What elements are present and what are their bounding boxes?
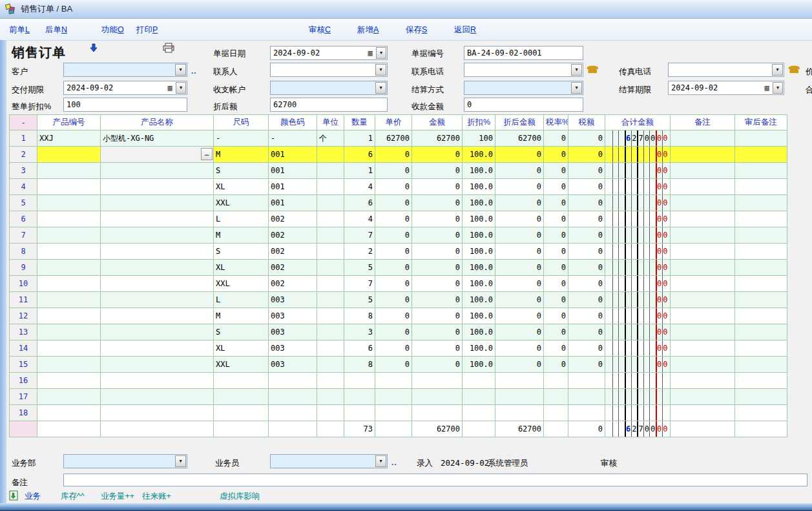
cell-code[interactable] — [37, 292, 101, 308]
cell-note[interactable] — [671, 340, 735, 357]
table-row[interactable]: 8S002200100.000000 — [10, 244, 787, 260]
cell-price[interactable]: 0 — [375, 324, 412, 340]
cell-size[interactable]: L — [214, 292, 269, 308]
contact-combo[interactable]: ▼ — [270, 63, 388, 77]
tab-business[interactable]: 业务 — [25, 491, 41, 502]
cell-trate[interactable]: 0 — [544, 130, 568, 147]
functions-button[interactable]: 功能O — [101, 25, 124, 36]
table-row[interactable]: 16 — [10, 373, 787, 389]
cell-color[interactable]: 001 — [269, 163, 317, 179]
cell-tax[interactable]: 0 — [568, 292, 605, 308]
cell-damt[interactable] — [495, 389, 544, 405]
cell-size[interactable]: M — [214, 227, 269, 244]
table-row[interactable]: 17 — [10, 389, 787, 405]
cell-note[interactable] — [671, 373, 735, 389]
cell-price[interactable]: 0 — [375, 244, 412, 260]
cell-code[interactable] — [37, 147, 101, 163]
cell-name[interactable] — [101, 163, 214, 179]
cell-size[interactable]: L — [214, 211, 269, 227]
cell-unit[interactable] — [317, 308, 344, 324]
table-row[interactable]: 10XXL002700100.000000 — [10, 276, 787, 292]
cell-note[interactable] — [671, 260, 735, 276]
cell-name[interactable] — [101, 292, 214, 308]
cell-trate[interactable]: 0 — [544, 163, 568, 179]
row-number[interactable]: 15 — [10, 357, 37, 373]
cell-size[interactable] — [214, 373, 269, 389]
cell-damt[interactable]: 0 — [495, 340, 544, 357]
cell-code[interactable]: XXJ — [37, 130, 101, 147]
cell-audit-note[interactable] — [735, 147, 787, 163]
cell-audit-note[interactable] — [735, 373, 787, 389]
column-header[interactable]: 金额 — [412, 115, 463, 130]
column-header[interactable]: 产品编号 — [37, 115, 101, 130]
cell-audit-note[interactable] — [735, 389, 787, 405]
cell-price[interactable]: 0 — [375, 340, 412, 357]
cell-trate[interactable] — [544, 405, 568, 421]
tab-transactions[interactable]: 往来账+ — [142, 491, 171, 502]
cell-price[interactable]: 0 — [375, 227, 412, 244]
cell-amt[interactable]: 0 — [412, 324, 463, 340]
calendar-icon[interactable]: ▦ — [762, 82, 772, 94]
cell-color[interactable]: 003 — [269, 324, 317, 340]
row-number[interactable]: 13 — [10, 324, 37, 340]
chevron-down-icon[interactable]: ▼ — [176, 82, 186, 94]
cell-amt[interactable]: 0 — [412, 308, 463, 324]
cell-tax[interactable]: 0 — [568, 244, 605, 260]
row-number[interactable]: 4 — [10, 179, 37, 195]
cell-disc[interactable]: 100.0 — [463, 179, 495, 195]
fax-phone-combo[interactable]: ▼ — [668, 63, 784, 77]
row-number[interactable]: 9 — [10, 260, 37, 276]
cell-qty[interactable] — [344, 389, 375, 405]
cell-damt[interactable]: 0 — [495, 195, 544, 211]
table-row[interactable]: 2…M001600100.000000 — [10, 147, 787, 163]
cell-trate[interactable]: 0 — [544, 340, 568, 357]
table-row[interactable]: 5XXL001600100.000000 — [10, 195, 787, 211]
cell-amt[interactable]: 0 — [412, 260, 463, 276]
cell-color[interactable] — [269, 405, 317, 421]
cell-amt[interactable]: 0 — [412, 179, 463, 195]
prev-bill-button[interactable]: 前单L — [9, 25, 30, 36]
cell-unit[interactable] — [317, 276, 344, 292]
cell-color[interactable]: 001 — [269, 147, 317, 163]
cell-audit-note[interactable] — [735, 324, 787, 340]
cell-audit-note[interactable] — [735, 292, 787, 308]
cell-size[interactable]: XL — [214, 340, 269, 357]
cell-note[interactable] — [671, 130, 735, 147]
cell-code[interactable] — [37, 308, 101, 324]
table-row[interactable]: 15XXL003800100.000000 — [10, 357, 787, 373]
cell-price[interactable] — [375, 405, 412, 421]
cell-price[interactable]: 0 — [375, 195, 412, 211]
column-header[interactable]: 数量 — [344, 115, 375, 130]
table-row[interactable]: 9XL002500100.000000 — [10, 260, 787, 276]
cell-note[interactable] — [671, 147, 735, 163]
cell-damt[interactable]: 0 — [495, 292, 544, 308]
chevron-down-icon[interactable]: ▼ — [376, 47, 386, 59]
cell-damt[interactable]: 0 — [495, 260, 544, 276]
items-table[interactable]: -产品编号产品名称尺码颜色码单位数量单价金额折扣%折后金额税率%税额合计金额备注… — [9, 114, 787, 437]
cell-price[interactable]: 0 — [375, 276, 412, 292]
chevron-down-icon[interactable]: ▼ — [375, 64, 386, 76]
row-number[interactable]: 18 — [10, 405, 37, 421]
cell-code[interactable] — [37, 195, 101, 211]
cell-size[interactable]: M — [214, 308, 269, 324]
cell-code[interactable] — [37, 211, 101, 227]
cell-audit-note[interactable] — [735, 276, 787, 292]
cell-damt[interactable]: 0 — [495, 227, 544, 244]
cell-trate[interactable]: 0 — [544, 179, 568, 195]
cell-trate[interactable]: 0 — [544, 260, 568, 276]
cell-audit-note[interactable] — [735, 260, 787, 276]
cell-audit-note[interactable] — [735, 179, 787, 195]
cell-price[interactable]: 0 — [375, 260, 412, 276]
cell-code[interactable] — [37, 179, 101, 195]
cell-size[interactable] — [214, 389, 269, 405]
cell-qty[interactable]: 4 — [344, 179, 375, 195]
cell-trate[interactable]: 0 — [544, 324, 568, 340]
cell-color[interactable]: 002 — [269, 260, 317, 276]
cell-color[interactable]: 003 — [269, 340, 317, 357]
cell-audit-note[interactable] — [735, 357, 787, 373]
cell-damt[interactable]: 0 — [495, 308, 544, 324]
printer-icon[interactable] — [163, 43, 174, 53]
cell-trate[interactable]: 0 — [544, 308, 568, 324]
table-row[interactable]: 13S003300100.000000 — [10, 324, 787, 340]
row-number[interactable]: 8 — [10, 244, 37, 260]
